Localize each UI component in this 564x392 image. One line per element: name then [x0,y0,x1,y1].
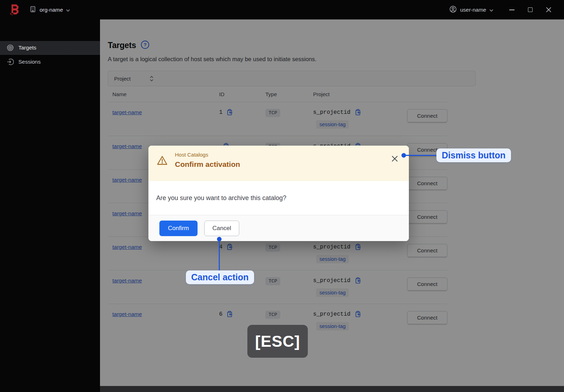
dialog-message: Are you sure you want to archive this ca… [148,181,409,215]
chevron-down-icon [66,7,70,13]
sidebar-item-label: Targets [18,45,36,51]
close-window-button[interactable] [539,3,558,17]
cancel-button[interactable]: Cancel [204,221,239,236]
user-circle-icon [449,5,457,14]
window-controls [503,3,558,17]
maximize-icon [528,7,533,12]
org-switcher[interactable]: org-name [29,6,70,14]
sidebar-item-sessions[interactable]: Sessions [0,55,100,69]
org-name-label: org-name [40,7,63,13]
confirm-dialog: Host Catalogs Confirm activation Are you… [148,146,409,241]
app-window: org-name user-name [0,0,564,392]
cancel-annotation-line [219,240,220,271]
dialog-eyebrow: Host Catalogs [175,152,240,158]
session-enter-arrow-icon [7,58,14,65]
close-icon [391,155,398,162]
dialog-footer: Confirm Cancel [148,215,409,241]
cancel-annotation-label: Cancel action [186,270,254,284]
user-menu[interactable]: user-name [449,5,493,14]
dialog-header: Host Catalogs Confirm activation [148,146,409,181]
dialog-title: Confirm activation [175,160,240,169]
target-icon [7,44,14,51]
titlebar: org-name user-name [0,0,564,19]
sidebar-item-targets[interactable]: Targets [0,41,100,55]
building-icon [29,6,36,14]
maximize-button[interactable] [521,3,539,17]
warning-triangle-icon [157,155,168,181]
confirm-button[interactable]: Confirm [159,221,198,236]
chevron-down-icon [489,7,493,13]
close-icon [546,7,552,13]
user-name-label: user-name [460,7,486,13]
esc-key-badge: [ESC] [247,325,308,358]
boundary-logo-icon [10,4,20,16]
dismiss-annotation-label: Dismiss button [436,148,511,162]
minimize-icon [509,10,515,10]
sidebar-item-label: Sessions [18,59,41,65]
minimize-button[interactable] [503,3,521,17]
sidebar: Targets Sessions [0,19,100,392]
dialog-close-button[interactable] [391,155,399,163]
dismiss-annotation-line [405,155,436,156]
